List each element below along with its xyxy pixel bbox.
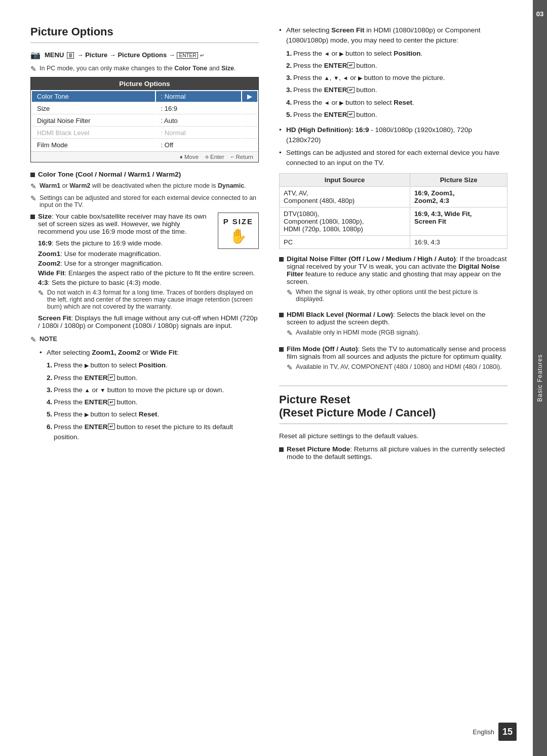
pc-mode-note: ✎ In PC mode, you can only make changes … xyxy=(30,65,259,73)
side-tab: 03 Basic Features xyxy=(533,0,547,756)
size-text: : Your cable box/satellite receiver may … xyxy=(38,213,206,235)
row-label: Size xyxy=(32,103,155,114)
row-empty xyxy=(242,115,257,127)
table-row: Film Mode : Off xyxy=(32,140,257,150)
left-column: Picture Options 📷 MENU ≣ → Picture → Pic… xyxy=(30,25,259,726)
note-step: Press the ENTER↵ button. xyxy=(47,373,259,383)
hdmi-black-content: HDMI Black Level (Normal / Low): Selects… xyxy=(287,311,507,341)
chapter-number: 03 xyxy=(536,10,543,18)
screen-fit-steps: Press the ◄ or ▶ button to select Positi… xyxy=(286,49,507,120)
row-label: HDMI Black Level xyxy=(32,128,155,139)
bullet-icon-reset xyxy=(279,447,284,452)
table-footer: ♦ Move ⎆ Enter ↩ Return xyxy=(31,151,258,162)
note-content: After selecting Zoom1, Zoom2 or Wide Fit… xyxy=(30,348,259,442)
row-label: Film Mode xyxy=(32,140,155,150)
size-widefit: Wide Fit: Enlarges the aspect ratio of t… xyxy=(38,269,259,277)
section2-intro: Reset all picture settings to the defaul… xyxy=(279,431,507,441)
remote-icon: 📷 xyxy=(30,50,41,60)
film-mode-content: Film Mode (Off / Auto): Sets the TV to a… xyxy=(287,345,507,375)
film-mode-bullet: Film Mode (Off / Auto): Sets the TV to a… xyxy=(279,345,507,375)
size-cell: 16:9, 4:3 xyxy=(410,236,507,249)
note-step: Press the ENTER↵ button. xyxy=(47,397,259,407)
settings-note-item: Settings can be adjusted and stored for … xyxy=(279,148,507,169)
note-step: Press the ▶ button to select Position. xyxy=(47,360,259,370)
warm-note: ✎ Warm1 or Warm2 will be deactivated whe… xyxy=(30,182,259,190)
reset-bullet: Reset Picture Mode: Returns all picture … xyxy=(279,445,507,460)
digital-noise-bullet: Digital Noise Filter (Off / Low / Medium… xyxy=(279,255,507,307)
page-number: English 15 xyxy=(473,723,517,741)
bullet-icon-digital xyxy=(279,257,284,262)
ratio-43-text: Do not watch in 4:3 format for a long ti… xyxy=(47,289,259,310)
pencil-icon-warm: ✎ xyxy=(30,182,36,190)
settings-text: Settings can be adjusted and stored for … xyxy=(40,194,259,208)
section-title: Picture Options xyxy=(30,25,259,43)
step: Press the ▲, ▼, ◄ or ▶ button to move th… xyxy=(286,73,507,83)
step: Press the ENTER↵ button. xyxy=(286,61,507,71)
color-tone-text: Color Tone (Cool / Normal / Warm1 / Warm… xyxy=(38,171,181,178)
pencil-icon-note: ✎ xyxy=(30,335,36,344)
size-bullet: P SIZE ✋ Size: Your cable box/satellite … xyxy=(30,213,259,329)
page-num-circle: 15 xyxy=(498,723,517,741)
row-value: : Normal xyxy=(156,128,241,139)
size-zoom1: Zoom1: Use for moderate magnification. xyxy=(38,250,259,258)
options-table: Picture Options Color Tone : Normal ▶ Si… xyxy=(30,77,259,162)
size-cell: 16:9, 4:3, Wide Fit,Screen Fit xyxy=(410,207,507,236)
pencil-icon-hdmi: ✎ xyxy=(287,329,293,337)
ratio-43-note: ✎ Do not watch in 4:3 format for a long … xyxy=(38,289,259,310)
size-label: Size xyxy=(38,213,52,220)
hdmi-black-bullet: HDMI Black Level (Normal / Low): Selects… xyxy=(279,311,507,341)
table-row: Digital Noise Filter : Auto xyxy=(32,115,257,127)
source-cell: DTV(1080i),Component (1080i, 1080p),HDMI… xyxy=(280,207,410,236)
page-lang: English xyxy=(473,728,494,736)
step: Press the ◄ or ▶ button to select Positi… xyxy=(286,49,507,59)
step: Press the ENTER↵ button. xyxy=(286,110,507,120)
row-empty xyxy=(242,103,257,114)
section-divider xyxy=(279,386,507,386)
pencil-icon-43: ✎ xyxy=(38,289,44,310)
digital-noise-note-text: When the signal is weak, try other optio… xyxy=(296,288,507,303)
chapter-label: Basic Features xyxy=(536,354,543,402)
note-steps-list: Press the ▶ button to select Position. P… xyxy=(47,360,259,442)
row-value: : Off xyxy=(156,140,241,150)
row-value: : Normal xyxy=(156,91,241,102)
note-step: Press the ENTER↵ button to reset the pic… xyxy=(47,422,259,443)
table-row: HDMI Black Level : Normal xyxy=(32,128,257,139)
note-header-line: ✎ NOTE xyxy=(30,335,259,344)
options-rows: Color Tone : Normal ▶ Size : 16:9 Digita… xyxy=(31,90,258,151)
right-column: After selecting Screen Fit in HDMI (1080… xyxy=(279,25,507,726)
screen-fit-text: Screen Fit: Displays the full image with… xyxy=(38,314,259,329)
section2-title: Picture Reset(Reset Picture Mode / Cance… xyxy=(279,393,507,424)
row-arrow: ▶ xyxy=(242,91,257,102)
note-step: Press the ▶ button to select Reset. xyxy=(47,409,259,419)
row-value: : 16:9 xyxy=(156,103,241,114)
menu-nav-text: MENU ≣ → Picture → Picture Options → ENT… xyxy=(45,51,204,59)
note-list-item: After selecting Zoom1, Zoom2 or Wide Fit… xyxy=(40,348,259,442)
hdmi-black-note-text: Available only in HDMI mode (RGB signals… xyxy=(296,329,420,337)
pc-mode-text: In PC mode, you can only make changes to… xyxy=(40,65,236,73)
color-tone-bullet: Color Tone (Cool / Normal / Warm1 / Warm… xyxy=(30,171,259,178)
table-header: Picture Options xyxy=(31,77,258,90)
menu-nav: 📷 MENU ≣ → Picture → Picture Options → E… xyxy=(30,50,259,60)
pencil-icon-film: ✎ xyxy=(287,363,293,371)
bullet-icon-film xyxy=(279,347,284,352)
step: Press the ◄ or ▶ button to select Reset. xyxy=(286,98,507,108)
col-picture-size: Picture Size xyxy=(410,174,507,187)
step: Press the ENTER↵ button. xyxy=(286,85,507,95)
hd-note-item: HD (High Definition): 16:9 - 1080i/1080p… xyxy=(279,125,507,146)
col-input-source: Input Source xyxy=(280,174,410,187)
screen-fit-note: After selecting Screen Fit in HDMI (1080… xyxy=(279,25,507,120)
note-section: ✎ NOTE After selecting Zoom1, Zoom2 or W… xyxy=(30,335,259,442)
table-row: ATV, AV,Component (480i, 480p) 16:9, Zoo… xyxy=(280,187,507,207)
table-row: PC 16:9, 4:3 xyxy=(280,236,507,249)
bullet-icon-size xyxy=(30,215,35,219)
size-content: P SIZE ✋ Size: Your cable box/satellite … xyxy=(38,213,259,329)
reset-content: Reset Picture Mode: Returns all picture … xyxy=(287,445,507,460)
row-label: Digital Noise Filter xyxy=(32,115,155,127)
row-label: Color Tone xyxy=(32,91,155,102)
input-table: Input Source Picture Size ATV, AV,Compon… xyxy=(279,173,507,249)
psize-label: P SIZE xyxy=(223,217,253,226)
film-mode-note-text: Available in TV, AV, COMPONENT (480i / 1… xyxy=(296,363,502,371)
size-43: 4:3: Sets the picture to basic (4:3) mod… xyxy=(38,279,259,286)
pencil-icon-settings: ✎ xyxy=(30,194,36,208)
screen-fit-note-item: After selecting Screen Fit in HDMI (1080… xyxy=(279,25,507,120)
